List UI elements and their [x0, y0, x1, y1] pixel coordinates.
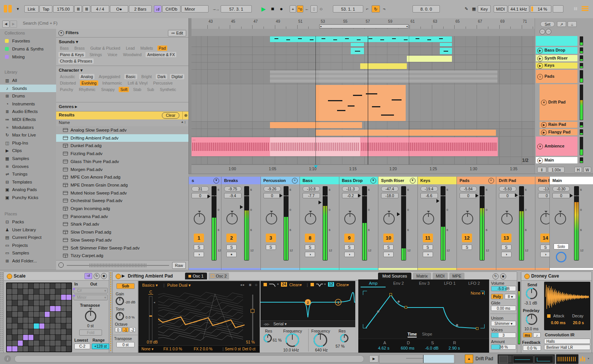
sidebar-item-current-project[interactable]: ▤Current Project [0, 234, 56, 241]
scale-cell[interactable] [55, 289, 60, 294]
session-record-button[interactable]: ⌷ [311, 5, 317, 13]
sub-toggle[interactable]: Sub [116, 283, 135, 289]
filter-tag-piano-keys[interactable]: Piano & Keys [58, 52, 85, 57]
scale-cell[interactable] [23, 300, 28, 306]
scale-cell[interactable] [28, 323, 33, 329]
scale-cell[interactable] [28, 340, 33, 346]
env-time-toggle[interactable]: Time [408, 332, 417, 337]
filter-tag-woodwind[interactable]: Woodwind [121, 52, 143, 57]
output-meter-icon[interactable] [580, 355, 586, 361]
search-input[interactable]: Search (Cmd + F) [23, 21, 58, 25]
result-item[interactable]: MPE Con Amore Pad.adg [56, 173, 188, 181]
sidebar-item-projects[interactable]: ▭Projects [0, 242, 56, 249]
sidebar-item-clips[interactable]: ▶Clips [0, 147, 56, 154]
scale-cell[interactable] [50, 329, 55, 334]
scale-cell[interactable] [39, 300, 44, 306]
volume-field[interactable]: 0 [499, 193, 516, 198]
unison-amount-slider[interactable]: 38 % [491, 344, 516, 350]
track-chevron-icon[interactable]: ▼ [410, 178, 416, 184]
track-chevron-icon[interactable]: ▼ [213, 178, 219, 184]
filter-tag-mallets[interactable]: Mallets [139, 46, 154, 51]
scale-cell[interactable] [66, 289, 71, 294]
pan-knob[interactable] [383, 213, 395, 224]
browser-forward-button[interactable]: ▶ [10, 20, 17, 28]
volume-field[interactable]: -7.7 [303, 193, 320, 198]
scale-in-root-menu[interactable]: C#▾ [74, 288, 108, 293]
filter-tag-bright[interactable]: Bright [140, 74, 153, 79]
scale-cell[interactable] [12, 329, 17, 334]
scale-cell[interactable] [23, 346, 28, 351]
filter-tag-snappy[interactable]: Snappy [100, 87, 116, 92]
tab-midi[interactable]: MIDI [433, 273, 448, 279]
pan-knob[interactable] [266, 213, 277, 224]
peak-level-field[interactable]: -11.3 [342, 186, 359, 191]
volume-field[interactable]: 0 [538, 193, 549, 198]
track-number[interactable]: 14 [540, 234, 549, 242]
clip[interactable] [440, 43, 452, 46]
meter-caret-icon[interactable]: ▾ [588, 357, 589, 360]
track-activator-icon[interactable]: ◑ [344, 252, 355, 257]
sub-tone-value[interactable]: 0.0 % [126, 315, 135, 319]
scale-cell[interactable] [28, 317, 33, 323]
track-header-rain-pad[interactable]: ▶Rain Pad [540, 122, 577, 128]
horizontal-scrollbar[interactable] [14, 355, 364, 362]
scale-cell[interactable] [28, 312, 33, 317]
sub-tone-knob[interactable] [116, 312, 124, 320]
scale-cell[interactable] [12, 335, 17, 340]
scale-cell[interactable] [34, 329, 39, 334]
draw-mode-icon[interactable]: ✎ [463, 5, 470, 13]
filters-collapse-icon[interactable]: ▼ [58, 30, 64, 36]
track-play-icon[interactable]: ▶ [537, 48, 543, 53]
scale-cell[interactable] [50, 300, 55, 306]
ir-category-menu[interactable]: Halls [544, 339, 590, 344]
save-preset-icon[interactable]: ▣ [101, 273, 107, 279]
clip[interactable] [440, 48, 452, 54]
device-on-toggle[interactable] [524, 274, 530, 279]
scale-cell[interactable] [50, 346, 55, 351]
groove-quantize-menu[interactable]: O● [110, 5, 128, 13]
track-play-icon[interactable]: ▶ [537, 63, 543, 69]
result-item[interactable]: Soft Shimmer Filter Sweep Pad.adv [56, 244, 188, 252]
scale-cell[interactable] [66, 312, 71, 317]
transpose-field[interactable]: 0 st [116, 342, 135, 347]
solo-button[interactable]: S [383, 245, 394, 250]
genres-group-label[interactable]: Genres ▸ [59, 104, 77, 109]
volume-field[interactable]: 0 [191, 193, 209, 198]
scale-cell[interactable] [28, 346, 33, 351]
scale-grid[interactable] [6, 282, 72, 352]
track-activator-icon[interactable]: ◑ [305, 252, 315, 257]
scale-cell[interactable] [55, 300, 60, 306]
scale-cell[interactable] [12, 289, 17, 294]
scale-cell[interactable] [61, 335, 66, 340]
clear-filters-button[interactable]: Clear [162, 112, 179, 119]
mixer-track-header[interactable]: Percussion≡ [261, 177, 300, 184]
scale-cell[interactable] [55, 323, 60, 329]
punch-in-icon[interactable]: ⌐ [364, 5, 371, 13]
track-header-flangy-pad[interactable]: ▶Flangy Pad [540, 129, 577, 135]
filter-tag-ambience-fx[interactable]: Ambience & FX [146, 52, 176, 57]
filter1-mode-menu[interactable]: Clean▾ [289, 282, 302, 287]
tab-osc2[interactable]: Osc 2 [209, 273, 229, 279]
filter-tag-sub[interactable]: Sub [146, 87, 156, 92]
solo-button[interactable]: Solo [554, 243, 569, 249]
hot-swap-icon[interactable]: ↻ [94, 273, 100, 279]
track-number[interactable]: 1 [194, 234, 204, 242]
solo-button[interactable]: S [540, 245, 549, 250]
scale-cell[interactable] [12, 346, 17, 351]
filter1-toggle[interactable] [264, 283, 267, 286]
scale-cell[interactable] [45, 346, 50, 351]
pan-knob[interactable] [501, 213, 513, 224]
scale-cell[interactable] [34, 300, 39, 306]
scale-cell[interactable] [61, 329, 66, 334]
track-number[interactable]: 12 [462, 234, 472, 242]
scale-cell[interactable] [66, 335, 71, 340]
result-item[interactable]: Orchestral Sweep Pad.adv [56, 197, 188, 205]
track-menu-icon[interactable]: ≡ [292, 178, 298, 184]
playback-speed-field[interactable]: 1.00x [548, 167, 565, 173]
peak-level-field[interactable]: -0.30 [552, 186, 570, 191]
punch-out-icon[interactable]: ¬ [381, 5, 387, 13]
sub-gain-knob[interactable] [116, 297, 124, 305]
scale-cell[interactable] [50, 323, 55, 329]
scale-cell[interactable] [50, 340, 55, 346]
preview-icon[interactable]: ▶ [122, 273, 125, 278]
